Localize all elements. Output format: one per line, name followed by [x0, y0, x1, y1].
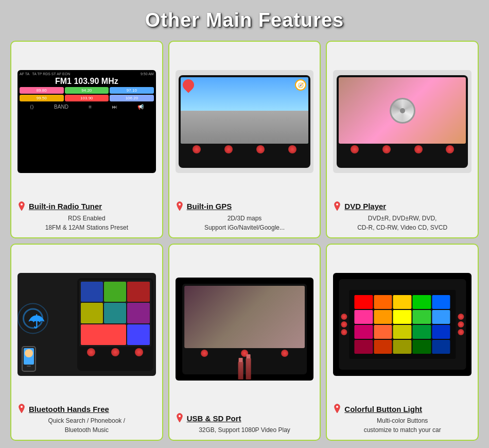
card-desc-dvd: DVD±R, DVD±RW, DVD, CD-R, CD-RW, Video C… — [333, 214, 471, 232]
usb-car-buttons — [184, 350, 305, 357]
gps-road — [181, 111, 308, 144]
bt-app-grid — [79, 280, 151, 347]
bt-app-5 — [104, 303, 126, 323]
colorful-car-unit — [339, 279, 466, 370]
bt-car-buttons — [79, 348, 151, 356]
pin-icon-gps — [176, 201, 184, 212]
card-radio-tuner: AF TA TA TP RDS ST AF EON 9:50 AM FM1 10… — [10, 41, 163, 238]
color-btn-5 — [354, 310, 373, 324]
color-btn-1 — [374, 295, 392, 309]
color-side-btn-6 — [458, 329, 464, 335]
bt-btn-2 — [111, 348, 119, 356]
color-btn-3 — [413, 295, 431, 309]
colorful-car-bezel — [339, 279, 466, 370]
color-btn-11 — [374, 325, 392, 339]
bt-app-1 — [81, 282, 103, 302]
page: Other Main Features AF TA TA TP RDS ST A… — [0, 0, 489, 448]
radio-ctrl-1: ⟨⟩ — [30, 104, 34, 110]
card-label-row-gps: Built-in GPS — [176, 201, 314, 212]
bt-btn-3 — [135, 348, 143, 356]
bt-app-2 — [104, 282, 126, 302]
card-desc-line1-bt: Quick Search / Phonebook / — [48, 417, 125, 424]
colorful-screen-container — [333, 273, 471, 376]
card-title-gps: Built-in GPS — [187, 202, 232, 211]
card-desc-colorful: Multi-color Buttons customize to match y… — [333, 416, 471, 435]
gps-map-screen: 🧭 — [181, 77, 308, 144]
card-image-gps: 🧭 — [176, 46, 314, 198]
card-title-usb: USB & SD Port — [187, 414, 241, 423]
card-colorful: Colorful Button Light Multi-color Button… — [326, 244, 479, 441]
radio-screen: AF TA TA TP RDS ST AF EON 9:50 AM FM1 10… — [18, 70, 156, 173]
dvd-screen-container — [333, 70, 471, 173]
svg-point-2 — [336, 203, 338, 205]
card-dvd: DVD Player DVD±R, DVD±RW, DVD, CD-R, CD-… — [326, 41, 479, 238]
bt-signal-area: ☂ — [28, 313, 44, 332]
color-btn-12 — [393, 325, 412, 339]
bt-app-3 — [127, 282, 149, 302]
bt-app-7 — [81, 324, 127, 345]
svg-point-4 — [179, 415, 181, 417]
bt-car-unit — [77, 278, 153, 371]
dvd-btn-3 — [414, 145, 423, 153]
dvd-btn-2 — [382, 145, 391, 153]
svg-point-0 — [21, 203, 23, 205]
dvd-disc-hole — [400, 108, 405, 113]
usb-stick-2 — [246, 358, 251, 380]
dvd-video-screen — [339, 77, 466, 144]
preset-4: 99.50 — [20, 95, 64, 101]
color-btn-9 — [432, 310, 450, 324]
radio-presets: 89.80 94.20 97.10 99.50 103.90 106.20 — [20, 87, 154, 101]
card-label-row-usb: USB & SD Port — [176, 412, 314, 424]
usb-btn-1 — [201, 350, 208, 357]
color-btn-14 — [432, 325, 450, 339]
card-label-row-radio: Built-in Radio Tuner — [18, 201, 156, 212]
bt-car-screen — [79, 280, 151, 347]
preset-5: 103.90 — [65, 95, 109, 101]
radio-af-ta: AF TA TA TP RDS ST AF EON — [20, 72, 70, 76]
dvd-btn-1 — [351, 145, 359, 153]
color-btn-18 — [413, 340, 431, 354]
bt-app-8 — [127, 324, 149, 345]
bt-car-bezel — [77, 278, 153, 371]
usb-stick-1 — [238, 361, 243, 380]
color-btn-16 — [374, 340, 392, 354]
usb-sticks-container — [238, 358, 251, 380]
card-label-row-bt: Bluetooth Hands Free — [18, 403, 156, 415]
color-btn-7 — [393, 310, 412, 324]
dvd-buttons — [339, 145, 466, 153]
color-side-btn-2 — [341, 321, 347, 328]
pin-icon-bt — [18, 403, 26, 415]
bt-app-4 — [81, 303, 103, 323]
card-desc-line1-radio: RDS Enabled — [68, 215, 106, 222]
color-side-btn-1 — [341, 314, 347, 320]
bt-app-6 — [127, 303, 149, 323]
card-label-row-colorful: Colorful Button Light — [333, 403, 471, 415]
card-desc-bt: Quick Search / Phonebook / Bluetooth Mus… — [18, 416, 156, 435]
dvd-video-content — [339, 77, 466, 144]
svg-point-5 — [336, 406, 338, 408]
card-title-colorful: Colorful Button Light — [344, 405, 422, 413]
color-btn-15 — [354, 340, 373, 354]
usb-screen-container — [176, 278, 314, 381]
card-bluetooth: ☂ — [10, 244, 163, 441]
color-btn-19 — [432, 340, 450, 354]
color-btn-4 — [432, 295, 450, 309]
card-title-radio: Built-in Radio Tuner — [29, 202, 102, 211]
color-side-btn-5 — [458, 321, 464, 328]
gps-sky — [181, 77, 308, 111]
preset-3: 97.10 — [110, 87, 154, 94]
svg-point-1 — [179, 203, 181, 205]
gps-btn-1 — [193, 145, 201, 153]
card-title-bt: Bluetooth Hands Free — [29, 405, 109, 413]
card-desc-line2-gps: Support iGo/Navitel/Google... — [204, 224, 285, 231]
pin-icon-dvd — [333, 201, 341, 212]
card-desc-radio: RDS Enabled 18FM & 12AM Stations Preset — [18, 214, 156, 232]
radio-ctrl-skip: ⏭ — [112, 104, 117, 110]
card-title-dvd: DVD Player — [344, 202, 386, 211]
color-side-btn-3 — [341, 329, 347, 335]
svg-point-3 — [21, 406, 23, 408]
card-desc-line1-usb: 32GB, Support 1080P Video Play — [199, 426, 290, 434]
usb-video-screen — [184, 286, 305, 348]
dvd-disc — [390, 98, 415, 124]
bt-btn-1 — [87, 348, 95, 356]
